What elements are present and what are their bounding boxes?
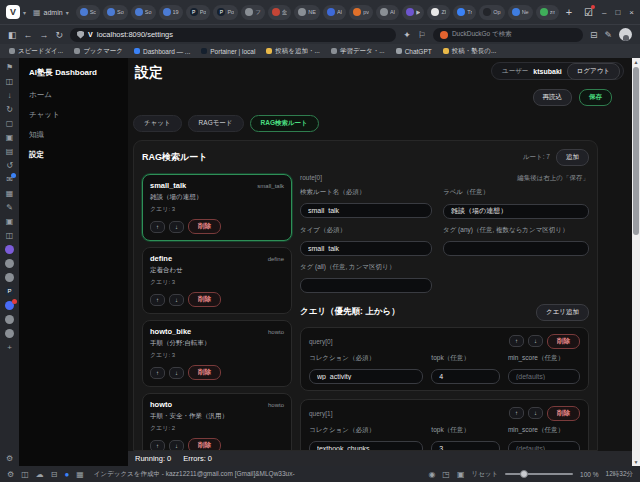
- tab-chat[interactable]: チャット: [133, 115, 182, 132]
- web-panel-icon[interactable]: [5, 329, 14, 338]
- move-up-button[interactable]: ↑: [150, 367, 165, 379]
- panel-toggle-icon[interactable]: ◧: [8, 30, 17, 40]
- route-label-input[interactable]: [443, 204, 589, 219]
- cloud-icon[interactable]: ☁: [36, 470, 44, 479]
- delete-route-button[interactable]: 削除: [188, 438, 221, 451]
- capture-page-icon[interactable]: ◉: [428, 470, 435, 479]
- browser-tab[interactable]: Op: [479, 5, 504, 20]
- browser-tab[interactable]: NE: [294, 5, 320, 20]
- browser-tab[interactable]: Ne: [508, 5, 533, 20]
- contacts-icon[interactable]: ◫: [6, 231, 14, 240]
- browser-tab[interactable]: AI: [376, 5, 399, 20]
- windows-icon[interactable]: ▢: [6, 119, 14, 128]
- sync-panel-icon[interactable]: ↺: [6, 161, 13, 170]
- route-type-input[interactable]: [300, 241, 432, 256]
- sidebar-item-knowledge[interactable]: 知識: [29, 130, 128, 140]
- move-down-button[interactable]: ↓: [169, 221, 184, 233]
- browser-tab[interactable]: ▶: [402, 5, 424, 20]
- bookmark-item[interactable]: 投稿・塾長の...: [443, 47, 497, 56]
- bookmarks-icon[interactable]: ⚑: [6, 63, 13, 72]
- scroll-down-icon[interactable]: ▼: [632, 458, 640, 466]
- page-scrollbar[interactable]: ▲ ▼: [632, 58, 640, 466]
- print-icon[interactable]: ▤: [6, 147, 14, 156]
- browser-tab[interactable]: PPo: [186, 5, 211, 20]
- zoom-slider[interactable]: [505, 473, 573, 475]
- route-card[interactable]: definedefine定着合わせクエリ: 3↑↓削除: [142, 247, 292, 314]
- bookmark-item[interactable]: スピードダイ...: [9, 47, 63, 56]
- browser-tab[interactable]: PPo: [213, 5, 238, 20]
- bookmark-item[interactable]: Portainer | local: [201, 48, 255, 55]
- tab-rag-mode[interactable]: RAGモード: [188, 115, 244, 132]
- move-up-button[interactable]: ↑: [150, 221, 165, 233]
- add-web-panel-icon[interactable]: +: [7, 343, 12, 352]
- history-icon[interactable]: ↻: [6, 105, 13, 114]
- keyboard-icon[interactable]: ▦: [76, 470, 84, 479]
- workspace-switcher[interactable]: ▦ admin ▾: [29, 8, 73, 17]
- inbox-icon[interactable]: ⊟: [51, 470, 58, 479]
- browser-tab[interactable]: Tr: [453, 5, 476, 20]
- web-panel-icon[interactable]: [5, 259, 14, 268]
- browser-tab[interactable]: AI: [323, 5, 346, 20]
- bookmark-item[interactable]: 投稿を追加・...: [266, 47, 320, 56]
- browser-tab[interactable]: zn: [536, 5, 560, 20]
- save-button[interactable]: 保存: [579, 89, 612, 106]
- min-score-input[interactable]: [508, 369, 580, 384]
- settings-icon[interactable]: ⚙: [7, 470, 14, 479]
- route-name-input[interactable]: [300, 203, 432, 218]
- min-score-input[interactable]: [508, 441, 580, 452]
- vivaldi-menu-icon[interactable]: V: [6, 5, 20, 19]
- web-panel-icon[interactable]: [5, 245, 14, 254]
- browser-tab[interactable]: pv: [349, 5, 373, 20]
- query-move-down-button[interactable]: ↓: [528, 335, 543, 347]
- query-move-up-button[interactable]: ↑: [509, 407, 524, 419]
- zoom-slider-knob[interactable]: [520, 470, 528, 478]
- trash-icon[interactable]: ⊟: [590, 30, 598, 40]
- close-button[interactable]: ×: [629, 8, 634, 17]
- browser-tab[interactable]: So: [103, 5, 128, 20]
- bookmark-item[interactable]: ChatGPT: [396, 48, 432, 55]
- reading-list-icon[interactable]: ◫: [6, 77, 14, 86]
- sync-status-icon[interactable]: ☑: [584, 7, 593, 18]
- notification-dot-icon[interactable]: ●: [64, 470, 69, 479]
- mail-panel-icon[interactable]: ✉: [6, 175, 13, 184]
- delete-route-button[interactable]: 削除: [188, 292, 221, 307]
- minimize-button[interactable]: –: [602, 8, 606, 17]
- route-card[interactable]: howtohowto手順・安全・作業（汎用）クエリ: 2↑↓削除: [142, 393, 292, 451]
- sidebar-item-chat[interactable]: チャット: [29, 110, 128, 120]
- move-down-button[interactable]: ↓: [169, 440, 184, 452]
- move-up-button[interactable]: ↑: [150, 294, 165, 306]
- tag-any-input[interactable]: [443, 241, 589, 256]
- bookmark-flag-icon[interactable]: ⚐: [418, 30, 426, 40]
- add-query-button[interactable]: クエリ追加: [536, 304, 589, 321]
- bookmark-item[interactable]: 学習データ・...: [331, 47, 385, 56]
- scroll-up-icon[interactable]: ▲: [632, 58, 640, 66]
- tab-rag-routes[interactable]: RAG検索ルート: [250, 115, 319, 132]
- collection-input[interactable]: [309, 441, 423, 452]
- tabs-panel-icon[interactable]: ▣: [6, 133, 14, 142]
- browser-tab[interactable]: So: [131, 5, 156, 20]
- move-down-button[interactable]: ↓: [169, 294, 184, 306]
- move-up-button[interactable]: ↑: [150, 440, 165, 452]
- new-tab-button[interactable]: +: [563, 6, 575, 18]
- maximize-button[interactable]: □: [615, 8, 620, 17]
- bookmark-item[interactable]: ブックマーク: [74, 47, 123, 56]
- back-icon[interactable]: ←: [24, 30, 33, 40]
- topk-input[interactable]: [431, 369, 500, 384]
- delete-query-button[interactable]: 削除: [547, 334, 580, 349]
- notes-icon[interactable]: ✎: [6, 203, 13, 212]
- forward-icon[interactable]: →: [40, 30, 49, 40]
- profile-avatar[interactable]: [619, 28, 632, 41]
- query-move-down-button[interactable]: ↓: [528, 407, 543, 419]
- browser-tab[interactable]: フ: [241, 5, 265, 20]
- reload-button[interactable]: 再読込: [533, 89, 573, 106]
- browser-tab[interactable]: 金: [268, 5, 292, 20]
- images-toggle-icon[interactable]: ▣: [457, 470, 465, 479]
- address-bar[interactable]: V localhost:8090/settings: [70, 28, 396, 42]
- web-panel-icon[interactable]: [5, 273, 14, 282]
- downloads-icon[interactable]: ↓: [8, 91, 12, 100]
- sidebar-item-settings[interactable]: 設定: [29, 150, 128, 160]
- tag-all-input[interactable]: [300, 278, 432, 293]
- add-route-button[interactable]: 追加: [556, 149, 589, 166]
- tiling-icon[interactable]: ◳: [442, 470, 450, 479]
- collection-input[interactable]: [309, 369, 423, 384]
